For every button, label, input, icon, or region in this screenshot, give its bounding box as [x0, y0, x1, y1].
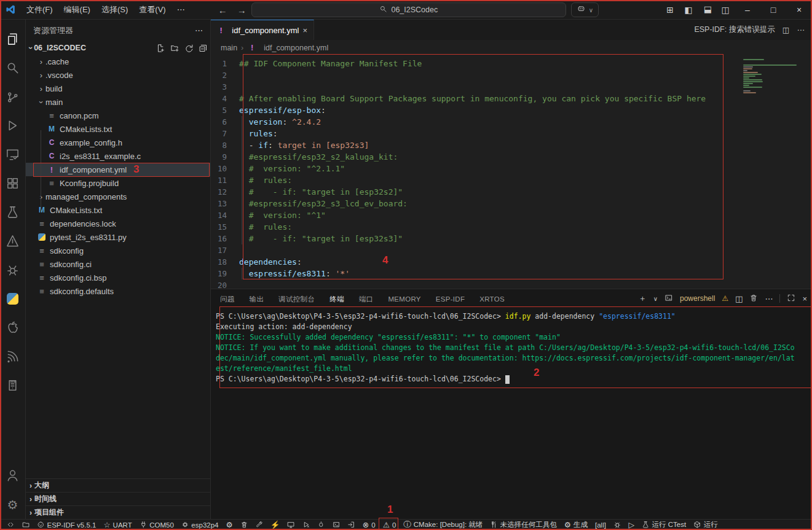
status-debug-alt[interactable]: [299, 520, 313, 530]
tree-item-main[interactable]: ›main: [26, 95, 210, 109]
activity-search[interactable]: [0, 53, 26, 82]
sidebar-section-1[interactable]: ›时间线: [26, 492, 210, 505]
status-play[interactable]: ▷: [625, 520, 637, 530]
shell-label[interactable]: powershell: [680, 294, 715, 303]
tree-item-cmakelists-txt[interactable]: MCMakeLists.txt: [26, 122, 210, 136]
close-button[interactable]: ×: [786, 0, 812, 20]
activity-espressif[interactable]: [0, 342, 26, 371]
tree-item-sdkconfig-defaults[interactable]: ≡sdkconfig.defaults: [26, 284, 210, 298]
sidebar-section-2[interactable]: ›项目组件: [26, 505, 210, 519]
nav-back-icon[interactable]: ←: [213, 5, 232, 15]
command-center-search[interactable]: 06_I2SCodec: [251, 2, 566, 17]
tree-item-managed-components[interactable]: ›managed_components: [26, 190, 210, 203]
tree-item-cmakelists-txt[interactable]: MCMakeLists.txt: [26, 203, 210, 217]
toggle-panel-icon[interactable]: ◧: [698, 5, 716, 15]
tree-item-kconfig-projbuild[interactable]: ≡Kconfig.projbuild: [26, 176, 210, 190]
nav-forward-icon[interactable]: →: [232, 5, 251, 15]
status--all-[interactable]: [all]: [592, 520, 609, 530]
status-warn[interactable]: ⚠0: [380, 520, 400, 530]
sidebar-section-0[interactable]: ›大纲: [26, 478, 210, 492]
minimize-button[interactable]: –: [735, 0, 760, 20]
activity-extensions[interactable]: [0, 169, 26, 198]
activity-account[interactable]: [0, 461, 26, 490]
panel-tab-输出[interactable]: 输出: [249, 292, 265, 306]
project-header[interactable]: › 06_I2SCODEC: [26, 41, 210, 55]
activity-explorer[interactable]: [0, 25, 26, 53]
activity-remote-explorer[interactable]: [0, 140, 26, 169]
status-trash[interactable]: [237, 520, 251, 530]
activity-run-debug[interactable]: [0, 111, 26, 140]
menu-item-3[interactable]: 查看(V): [133, 5, 171, 14]
tree-item-sdkconfig-ci-bsp[interactable]: ≡sdkconfig.ci.bsp: [26, 271, 210, 284]
new-file-icon[interactable]: [156, 44, 165, 53]
new-folder-icon[interactable]: [170, 44, 179, 53]
maximize-button[interactable]: □: [760, 0, 786, 20]
new-terminal-icon[interactable]: ＋: [639, 293, 647, 304]
status-gear[interactable]: ⚙: [223, 520, 235, 530]
panel-tab-ESP-IDF[interactable]: ESP-IDF: [435, 292, 465, 306]
refresh-icon[interactable]: [184, 44, 194, 53]
panel-more-icon[interactable]: ⋯: [765, 294, 773, 303]
activity-espressif-aiot[interactable]: [0, 227, 26, 255]
status-error[interactable]: ⊗0: [360, 520, 379, 530]
customize-layout-icon[interactable]: ⊞: [661, 5, 679, 15]
kill-terminal-icon[interactable]: [749, 294, 758, 304]
tree-item-canon-pcm[interactable]: ≡canon.pcm: [26, 109, 210, 122]
status-tools[interactable]: 未选择任何工具包: [487, 520, 560, 530]
tree-item-pytest-i2s-es8311-py[interactable]: pytest_i2s_es8311.py: [26, 230, 210, 244]
panel-tab-终端[interactable]: 终端: [329, 292, 345, 307]
menu-item-1[interactable]: 编辑(E): [58, 5, 96, 14]
status-terminal[interactable]: [329, 520, 344, 530]
activity-settings[interactable]: ⚙: [0, 490, 26, 519]
toggle-sidebar-icon[interactable]: ◧: [679, 5, 698, 15]
tree-item-idf-component-yml[interactable]: !idf_component.yml: [26, 163, 210, 176]
breadcrumb[interactable]: main › ! idf_component.yml: [211, 40, 812, 55]
status-folder[interactable]: [19, 520, 33, 530]
status-chip[interactable]: esp32p4: [178, 520, 222, 530]
status-gear[interactable]: ⚙生成: [561, 520, 591, 530]
menu-item-2[interactable]: 选择(S): [96, 5, 133, 14]
copilot-button[interactable]: ∨: [571, 2, 599, 17]
toggle-secondary-sidebar-icon[interactable]: ◫: [716, 5, 735, 15]
espidf-action-label[interactable]: ESP-IDF: 搜索错误提示: [694, 25, 775, 35]
tree-item-dependencies-lock[interactable]: ≡dependencies.lock: [26, 217, 210, 230]
status-wrench[interactable]: [252, 520, 266, 530]
status-zap[interactable]: ⚡: [267, 520, 283, 530]
menu-item-4[interactable]: ⋯: [171, 5, 191, 14]
sidebar-more-icon[interactable]: ⋯: [195, 26, 203, 35]
activity-testing[interactable]: [0, 198, 26, 227]
tree-item--vscode[interactable]: ›.vscode: [26, 68, 210, 82]
status-remote[interactable]: [4, 520, 18, 530]
panel-tab-MEMORY[interactable]: MEMORY: [387, 292, 421, 306]
tree-item-sdkconfig[interactable]: ≡sdkconfig: [26, 244, 210, 257]
tree-item-example-config-h[interactable]: Cexample_config.h: [26, 136, 210, 149]
panel-tab-调试控制台[interactable]: 调试控制台: [278, 292, 315, 306]
status-info[interactable]: ⓘCMake: [Debug]: 就绪: [400, 520, 486, 530]
maximize-panel-icon[interactable]: [787, 294, 795, 304]
editor-more-icon[interactable]: ⋯: [797, 25, 805, 34]
tree-item--cache[interactable]: ›.cache: [26, 55, 210, 68]
status-plug[interactable]: COM50: [136, 520, 177, 530]
status-octo[interactable]: ESP-IDF v5.5.1: [34, 520, 99, 530]
collapse-icon[interactable]: [199, 44, 208, 53]
activity-ant[interactable]: [0, 255, 26, 284]
activity-python[interactable]: [0, 284, 26, 313]
terminal-output[interactable]: PS C:\Users\ag\Desktop\P4-3-5\esp32-p4-w…: [211, 308, 812, 519]
tree-item-build[interactable]: ›build: [26, 82, 210, 95]
panel-tab-问题[interactable]: 问题: [219, 292, 235, 306]
code-editor[interactable]: 1## IDF Component Manager Manifest File2…: [211, 55, 812, 289]
tree-item-sdkconfig-ci[interactable]: ≡sdkconfig.ci: [26, 257, 210, 271]
split-editor-icon[interactable]: ◫: [782, 25, 790, 34]
split-terminal-icon[interactable]: ◫: [735, 294, 743, 303]
activity-apple[interactable]: [0, 313, 26, 342]
tab-idf-component-yml[interactable]: ! idf_component.yml ×: [211, 20, 314, 40]
status-bug[interactable]: [610, 520, 625, 530]
status-exit[interactable]: [344, 520, 358, 530]
panel-tab-端口[interactable]: 端口: [358, 292, 374, 306]
minimap[interactable]: [743, 59, 802, 96]
status-star[interactable]: ☆UART: [100, 520, 135, 530]
breadcrumb-file[interactable]: idf_component.yml: [264, 44, 328, 52]
status-flask[interactable]: 运行 CTest: [639, 520, 689, 530]
status-monitor[interactable]: [284, 520, 298, 530]
close-panel-icon[interactable]: ×: [802, 294, 807, 303]
